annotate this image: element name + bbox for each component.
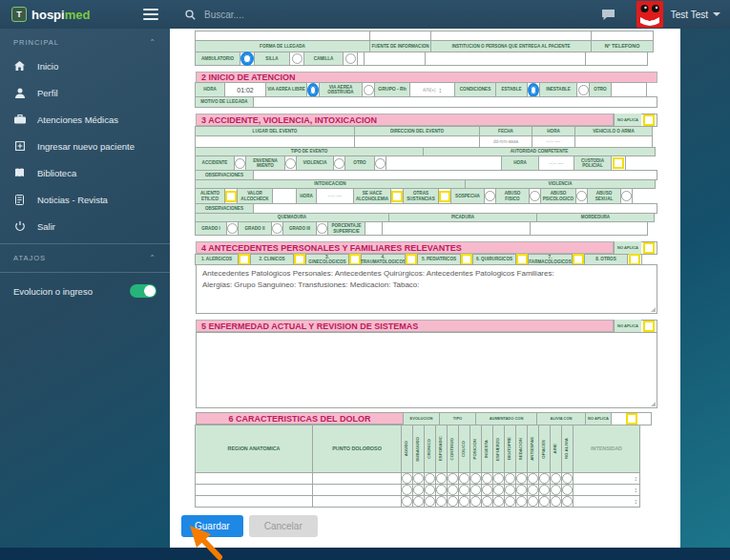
chevron-down-icon[interactable] <box>713 12 720 16</box>
pain-option-radio[interactable] <box>470 473 481 484</box>
pain-option-radio[interactable] <box>402 473 412 484</box>
pain-option-radio[interactable] <box>402 496 412 507</box>
pain-option-radio[interactable] <box>448 496 458 507</box>
pain-option-radio[interactable] <box>402 485 412 495</box>
pain-option-radio[interactable] <box>436 473 447 484</box>
pain-option-radio[interactable] <box>413 473 424 484</box>
section4-no-aplica-checkbox[interactable] <box>643 242 655 254</box>
section3-no-aplica-checkbox[interactable] <box>643 114 655 126</box>
envenenamiento-radio[interactable] <box>285 158 296 169</box>
sospecha-radio[interactable] <box>485 191 495 201</box>
pain-option-radio[interactable] <box>436 496 447 507</box>
pain-option-radio[interactable] <box>551 473 561 484</box>
pain-option-radio[interactable] <box>436 485 447 495</box>
pain-option-radio[interactable] <box>562 496 573 507</box>
otro-evento-input[interactable] <box>386 156 502 171</box>
pain-option-radio[interactable] <box>459 485 469 495</box>
sidebar-item-ingresar-nuevo-paciente[interactable]: Ingresar nuevo paciente <box>0 133 170 159</box>
pain-option-radio[interactable] <box>505 473 515 484</box>
estable-radio[interactable] <box>528 83 539 97</box>
pain-option-radio[interactable] <box>470 485 481 495</box>
sidebar-item-atenciones-medicas[interactable]: Atenciones Médicas <box>0 106 170 133</box>
pain-option-radio[interactable] <box>413 485 424 495</box>
pain-option-radio[interactable] <box>505 496 515 507</box>
grado1-radio[interactable] <box>227 223 238 234</box>
sidebar-item-perfil[interactable]: Perfil <box>0 79 170 106</box>
menu-toggle-icon[interactable] <box>143 9 158 20</box>
aliento-etilico-checkbox[interactable] <box>225 191 237 202</box>
sidebar-section-atajos[interactable]: ATAJOS⌃ <box>0 244 170 268</box>
via-aerea-obstruida-radio[interactable] <box>364 85 374 95</box>
pain-option-radio[interactable] <box>539 485 550 495</box>
ambulatorio-radio[interactable] <box>240 52 254 66</box>
pain-option-radio[interactable] <box>528 485 538 495</box>
se-hace-alcoholemia-checkbox[interactable] <box>391 191 403 202</box>
grado3-radio[interactable] <box>317 223 327 234</box>
pain-option-radio[interactable] <box>482 473 492 484</box>
pain-option-radio[interactable] <box>539 496 550 507</box>
section5-no-aplica-checkbox[interactable] <box>643 321 655 332</box>
sidebar-item-inicio[interactable]: Inicio <box>0 52 170 79</box>
sidebar-item-salir[interactable]: Salir <box>0 213 170 239</box>
custodia-policial-checkbox[interactable] <box>613 157 624 169</box>
via-aerea-libre-radio[interactable] <box>307 83 319 97</box>
pain-option-radio[interactable] <box>425 496 435 507</box>
porcentaje-superficie-input[interactable] <box>365 221 383 236</box>
camilla-radio[interactable] <box>345 53 356 64</box>
cancel-button[interactable]: Cancelar <box>249 515 318 537</box>
motivo-llegada-input[interactable] <box>253 96 657 108</box>
sidebar-section-principal[interactable]: PRINCIPAL⌃ <box>0 29 170 52</box>
region-anatomica-input[interactable] <box>195 495 313 508</box>
search-bar[interactable] <box>185 9 601 21</box>
institucion-input[interactable] <box>425 52 586 66</box>
pain-option-radio[interactable] <box>482 485 492 495</box>
grado2-radio[interactable] <box>272 223 282 234</box>
intox-hora-input[interactable]: --:-- ---- <box>316 188 354 204</box>
resize-handle[interactable] <box>651 402 656 406</box>
pain-option-radio[interactable] <box>425 485 435 495</box>
avatar[interactable] <box>636 1 663 28</box>
abuso-psicologico-radio[interactable] <box>576 191 587 201</box>
chat-bubble-icon[interactable] <box>601 9 615 21</box>
antecedentes-textarea[interactable]: Antecedentes Patológicos Personales: Ant… <box>196 264 657 314</box>
section6-no-aplica-checkbox[interactable] <box>626 413 637 425</box>
fuente-informacion-input[interactable] <box>364 52 426 66</box>
pain-option-radio[interactable] <box>516 496 527 507</box>
autoridad-hora-input[interactable]: --:-- ---- <box>538 156 574 171</box>
otro-input[interactable] <box>611 82 647 97</box>
pain-option-radio[interactable] <box>562 485 573 495</box>
pain-option-radio[interactable] <box>493 485 504 495</box>
pain-option-radio[interactable] <box>493 496 504 507</box>
pain-option-radio[interactable] <box>551 485 561 495</box>
valor-alcocheck-input[interactable] <box>272 188 297 204</box>
search-input[interactable] <box>202 9 368 21</box>
pain-option-radio[interactable] <box>493 473 504 484</box>
punto-doloroso-input[interactable] <box>312 495 402 508</box>
pain-option-radio[interactable] <box>528 496 538 507</box>
sidebar-item-noticias-revista[interactable]: Noticias - Revista <box>0 186 170 213</box>
pain-option-radio[interactable] <box>539 473 550 484</box>
picadura-input[interactable] <box>382 221 531 236</box>
intensidad-select[interactable]: ↕ <box>573 495 640 508</box>
enfermedad-textarea[interactable] <box>196 332 657 408</box>
pain-option-radio[interactable] <box>516 485 527 495</box>
grupo-rh-select[interactable]: A/N(+)↕ <box>409 82 455 97</box>
pain-option-radio[interactable] <box>482 496 492 507</box>
abuso-sexual-radio[interactable] <box>621 191 632 201</box>
pain-option-radio[interactable] <box>448 485 458 495</box>
pain-option-radio[interactable] <box>551 496 561 507</box>
pain-option-radio[interactable] <box>413 496 424 507</box>
inestable-radio[interactable] <box>578 85 589 95</box>
mordedura-input[interactable] <box>530 221 648 236</box>
accidente-radio[interactable] <box>235 158 245 169</box>
pain-option-radio[interactable] <box>528 473 538 484</box>
pain-option-radio[interactable] <box>470 496 481 507</box>
telefono-input[interactable] <box>585 52 648 66</box>
user-menu[interactable]: Test Test <box>671 10 708 20</box>
pain-option-radio[interactable] <box>459 496 469 507</box>
silla-radio[interactable] <box>292 53 302 64</box>
evolucion-ingreso-toggle[interactable] <box>130 284 156 298</box>
sidebar-item-biblioteca[interactable]: Biblioteca <box>0 159 170 186</box>
pain-option-radio[interactable] <box>562 473 573 484</box>
pain-option-radio[interactable] <box>505 485 515 495</box>
